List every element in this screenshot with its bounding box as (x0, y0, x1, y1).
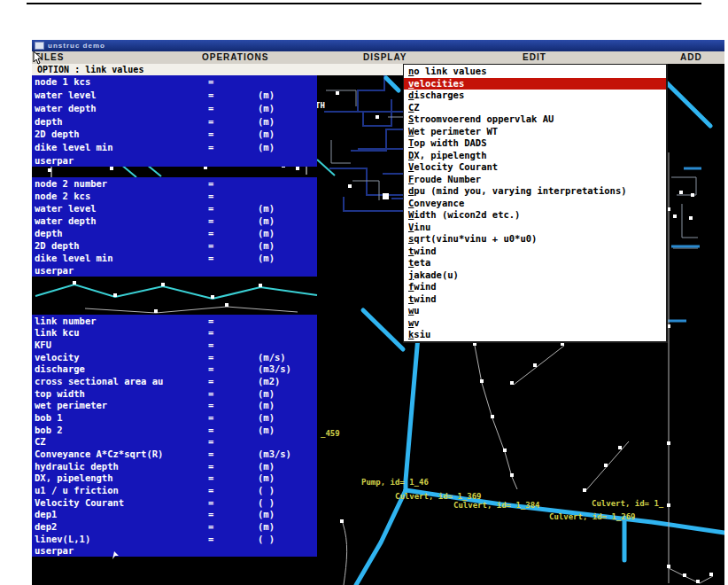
value-unit: (m) (258, 240, 317, 251)
dropdown-item[interactable]: Top width DADS (404, 137, 666, 150)
window-title: unstruc demo (48, 42, 105, 50)
value-label: CZ (32, 436, 208, 447)
value-row: top width=(m) (32, 387, 317, 400)
value-row: 2D depth=(m) (32, 239, 317, 252)
value-row: DX, pipelength=(m) (32, 472, 317, 485)
value-label: bob 1 (32, 412, 208, 423)
value-label: discharge (32, 363, 208, 374)
option-bar: OPTION : link values (32, 64, 405, 75)
dropdown-item[interactable]: Wet perimeter WT (404, 126, 666, 138)
hotkey-letter: C (408, 102, 414, 113)
value-row: water level=(m) (32, 89, 317, 102)
hotkey-letter: V (408, 161, 414, 172)
hotkey-letter: j (408, 269, 414, 280)
hotkey-letter: S (408, 113, 414, 124)
value-unit: (m) (258, 400, 317, 410)
dropdown-item[interactable]: jakade(u) (404, 269, 666, 282)
link-values-dropdown: no link valuesvelocitiesdischargesCZStro… (403, 64, 668, 343)
dropdown-item[interactable]: Width (wicon2d etc.) (404, 209, 666, 222)
value-unit: (m) (258, 116, 317, 127)
hotkey-letter: n (408, 66, 414, 76)
equals-sign: = (208, 436, 258, 447)
map-label: Culvert, id= 1_ (592, 499, 663, 508)
top-border-line (27, 3, 701, 4)
dropdown-item[interactable]: fwind (404, 281, 666, 293)
value-unit: (m) (258, 129, 317, 139)
value-row: CZ= (32, 436, 317, 448)
menu-operations[interactable]: OPERATIONS (202, 52, 268, 62)
equals-sign: = (208, 485, 258, 495)
value-row: dep1=(m) (32, 509, 317, 521)
menu-display[interactable]: DISPLAY (363, 52, 407, 62)
dropdown-item[interactable]: dpu (mind you, varying interpretations) (404, 185, 666, 198)
value-unit: (m) (258, 509, 317, 519)
value-row: bob 1=(m) (32, 411, 317, 424)
value-unit: (m) (258, 461, 317, 472)
equals-sign: = (208, 240, 258, 251)
dropdown-item-selected[interactable]: velocities (404, 78, 666, 90)
value-row: userpar (32, 544, 317, 557)
value-unit: (m3/s) (258, 448, 317, 459)
dropdown-item[interactable]: Vinu (404, 222, 666, 234)
value-row: 2D depth=(m) (32, 128, 317, 141)
value-row: water depth=(m) (32, 214, 317, 227)
value-row: water level=(m) (32, 202, 317, 214)
window-titlebar[interactable]: unstruc demo (32, 40, 724, 51)
dropdown-item[interactable]: Velocity Courant (404, 161, 666, 174)
equals-sign: = (208, 448, 258, 459)
value-unit: ( ) (258, 497, 317, 508)
equals-sign: = (208, 472, 258, 483)
dropdown-item[interactable]: teta (404, 257, 666, 269)
value-row: link number= (32, 315, 317, 327)
hotkey-letter: t (408, 293, 414, 304)
dropdown-item[interactable]: wu (404, 305, 666, 317)
equals-sign: = (208, 253, 258, 263)
dropdown-item[interactable]: sqrt(vinu*vinu + u0*u0) (404, 233, 666, 246)
equals-sign: = (208, 412, 258, 423)
value-unit: (m) (258, 203, 317, 214)
value-label: depth (32, 116, 208, 127)
dropdown-item[interactable]: Stroomvoerend oppervlak AU (404, 113, 666, 126)
dropdown-item[interactable]: no link values (404, 66, 666, 78)
hotkey-letter: d (408, 90, 414, 100)
content-area: TH_459Pump, id= 1_46Culvert, id= 1_369Cu… (32, 64, 724, 585)
equals-sign: = (208, 509, 258, 519)
dropdown-item[interactable]: Conveyance (404, 198, 666, 210)
value-unit: (m3/s) (258, 363, 317, 374)
dropdown-item[interactable]: twind (404, 246, 666, 258)
value-unit: (m/s) (258, 352, 317, 363)
value-row: dike level min=(m) (32, 252, 317, 264)
value-label: dep2 (32, 521, 208, 532)
mouse-cursor (33, 51, 43, 65)
value-unit: (m) (258, 253, 317, 263)
dropdown-item[interactable]: Froude Number (404, 174, 666, 186)
menu-add[interactable]: ADD (680, 52, 702, 62)
value-label: water depth (32, 103, 208, 113)
dropdown-item[interactable]: discharges (404, 90, 666, 102)
value-label: node 2 kcs (32, 191, 208, 201)
value-label: bob 2 (32, 425, 208, 435)
hotkey-letter: t (408, 246, 414, 256)
menu-edit[interactable]: EDIT (523, 52, 546, 62)
dropdown-item[interactable]: twind (404, 293, 666, 306)
value-label: linev(L,1) (32, 534, 208, 544)
dropdown-item[interactable]: wv (404, 317, 666, 330)
dropdown-item[interactable]: CZ (404, 102, 666, 114)
value-row: KFU= (32, 339, 317, 351)
map-pointer-icon (112, 550, 120, 560)
value-label: dike level min (32, 142, 208, 152)
dropdown-item[interactable]: ksiu (404, 329, 666, 341)
value-unit: (m) (258, 472, 317, 483)
hotkey-letter: W (408, 126, 414, 136)
equals-sign: = (208, 497, 258, 508)
value-label: water level (32, 203, 208, 214)
value-label: dep1 (32, 509, 208, 519)
dropdown-item[interactable]: DX, pipelength (404, 150, 666, 162)
equals-sign: = (208, 400, 258, 410)
equals-sign: = (208, 327, 258, 338)
hotkey-letter: D (408, 150, 414, 160)
value-unit: (m) (258, 388, 317, 399)
equals-sign: = (208, 316, 258, 326)
hotkey-letter: w (408, 305, 414, 316)
equals-sign: = (208, 203, 258, 214)
